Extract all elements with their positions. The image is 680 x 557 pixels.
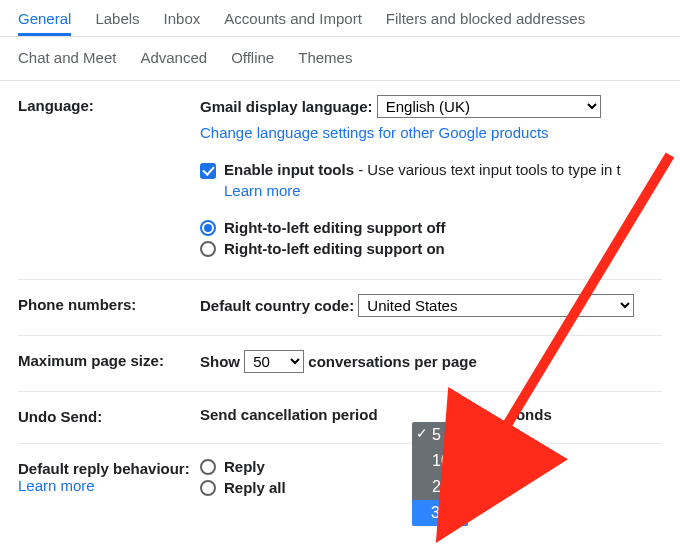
undo-option-20[interactable]: 20 bbox=[412, 474, 468, 500]
section-pagesize: Maximum page size: Show 50 conversations… bbox=[18, 336, 662, 392]
pagesize-prefix: Show bbox=[200, 353, 240, 370]
undo-option-10[interactable]: 10 bbox=[412, 448, 468, 474]
undo-label: Undo Send: bbox=[18, 406, 200, 425]
phone-label: Phone numbers: bbox=[18, 294, 200, 313]
tab-offline[interactable]: Offline bbox=[231, 45, 274, 70]
tab-themes[interactable]: Themes bbox=[298, 45, 352, 70]
display-language-label: Gmail display language: bbox=[200, 98, 373, 115]
reply-label: Default reply behaviour: bbox=[18, 460, 200, 477]
reply-radio[interactable] bbox=[200, 459, 216, 475]
tab-filters[interactable]: Filters and blocked addresses bbox=[386, 0, 585, 36]
undo-suffix: onds bbox=[516, 406, 552, 423]
reply-learn-more[interactable]: Learn more bbox=[18, 477, 95, 494]
undo-dropdown-popup: 5 10 20 30 bbox=[412, 422, 468, 526]
tab-advanced[interactable]: Advanced bbox=[140, 45, 207, 70]
section-language: Language: Gmail display language: Englis… bbox=[18, 81, 662, 280]
reply-all-radio[interactable] bbox=[200, 480, 216, 496]
tab-inbox[interactable]: Inbox bbox=[164, 0, 201, 36]
enable-input-tools-label: Enable input tools bbox=[224, 161, 354, 178]
country-code-select[interactable]: United States bbox=[358, 294, 634, 317]
settings-content: Language: Gmail display language: Englis… bbox=[0, 81, 680, 518]
section-reply: Default reply behaviour: Learn more Repl… bbox=[18, 444, 662, 518]
rtl-on-radio[interactable] bbox=[200, 241, 216, 257]
reply-all-option-label: Reply all bbox=[224, 479, 286, 496]
undo-option-5[interactable]: 5 bbox=[412, 422, 468, 448]
input-tools-learn-more[interactable]: Learn more bbox=[224, 182, 301, 199]
settings-tabs-row2: Chat and Meet Advanced Offline Themes bbox=[0, 37, 680, 81]
tab-chat-meet[interactable]: Chat and Meet bbox=[18, 45, 116, 70]
tab-general[interactable]: General bbox=[18, 0, 71, 36]
enable-input-tools-checkbox[interactable] bbox=[200, 163, 216, 179]
rtl-on-label: Right-to-left editing support on bbox=[224, 240, 445, 257]
pagesize-suffix: conversations per page bbox=[308, 353, 476, 370]
settings-tabs-row1: General Labels Inbox Accounts and Import… bbox=[0, 0, 680, 37]
country-code-label: Default country code: bbox=[200, 297, 354, 314]
rtl-off-label: Right-to-left editing support off bbox=[224, 219, 446, 236]
pagesize-select[interactable]: 50 bbox=[244, 350, 304, 373]
display-language-select[interactable]: English (UK) bbox=[377, 95, 601, 118]
tab-labels[interactable]: Labels bbox=[95, 0, 139, 36]
pagesize-label: Maximum page size: bbox=[18, 350, 200, 369]
change-language-link[interactable]: Change language settings for other Googl… bbox=[200, 124, 549, 141]
section-undo: Undo Send: Send cancellation period onds bbox=[18, 392, 662, 444]
section-phone: Phone numbers: Default country code: Uni… bbox=[18, 280, 662, 336]
language-label: Language: bbox=[18, 95, 200, 114]
rtl-off-radio[interactable] bbox=[200, 220, 216, 236]
undo-prefix: Send cancellation period bbox=[200, 406, 378, 423]
tab-accounts[interactable]: Accounts and Import bbox=[224, 0, 362, 36]
undo-option-30[interactable]: 30 bbox=[412, 500, 468, 526]
enable-input-tools-desc: - Use various text input tools to type i… bbox=[354, 161, 621, 178]
reply-option-label: Reply bbox=[224, 458, 265, 475]
